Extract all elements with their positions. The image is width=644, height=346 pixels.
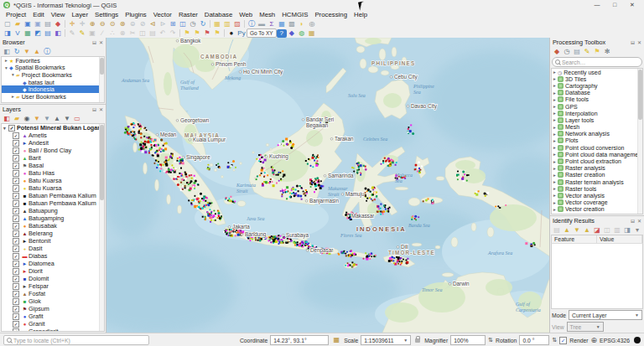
expander-icon[interactable]: ▸ [552, 214, 558, 214]
browser-item-spatial-bookmarks[interactable]: ▾◆Spatial Bookmarks [2, 65, 104, 72]
expander-icon[interactable]: ▸ [552, 152, 558, 157]
toolbox-item-layer-tools[interactable]: ▸Layer tools [552, 116, 642, 123]
layer-checkbox[interactable]: ✓ [13, 321, 19, 328]
menu-project[interactable]: Project [3, 11, 29, 18]
refresh-browser-icon[interactable]: ↻ [12, 48, 22, 56]
results-viewer-icon[interactable]: ▤ [572, 48, 582, 56]
style-manager-icon[interactable]: ◆ [53, 20, 63, 28]
layer-checkbox[interactable]: ✓ [13, 155, 19, 162]
layer-row-andesit[interactable]: ✓►Andesit [2, 139, 104, 147]
zoom-out-icon[interactable]: ⊖ [97, 20, 107, 28]
layer-checkbox[interactable]: ✓ [13, 140, 19, 147]
close-icon[interactable]: ✕ [99, 106, 103, 112]
menu-settings[interactable]: Settings [91, 11, 122, 18]
toolbox-item-vector-creation[interactable]: ▸Vector creation [552, 206, 642, 213]
select-features-icon[interactable]: ▦ [212, 20, 222, 28]
copy-feature-icon[interactable]: ◫ [602, 226, 612, 235]
hcmgis-plugin-icon[interactable]: ● [226, 29, 236, 38]
toolbox-item-database[interactable]: ▸Database [552, 90, 642, 96]
identify-features-icon[interactable]: ⓘ [247, 20, 257, 28]
expander-icon[interactable]: ▾ [2, 126, 8, 131]
browser-item-favorites[interactable]: ▸★Favorites [2, 57, 104, 65]
layer-row-batu-kuarsa[interactable]: ✓●Batu Kuarsa [2, 177, 104, 184]
vertex-tool-icon[interactable]: ∴ [107, 29, 117, 38]
add-mesh-layer-icon[interactable]: ◩ [33, 29, 43, 38]
expander-icon[interactable]: ▸ [552, 207, 558, 212]
layer-row-dolomit[interactable]: ✓■Dolomit [2, 275, 104, 282]
layer-checkbox[interactable]: ✓ [13, 238, 19, 245]
layer-row-batuapung[interactable]: ✓▲Batuapung [2, 207, 104, 214]
close-icon[interactable]: ✕ [99, 39, 103, 45]
layer-checkbox[interactable]: ✓ [13, 328, 19, 333]
pan-to-selection-icon[interactable]: ✛ [77, 20, 87, 28]
toolbox-item-recently-used[interactable]: ▸◷Recently used [552, 69, 642, 75]
browser-item-indonesia[interactable]: ◆Indonesia [2, 85, 104, 93]
render-checkbox[interactable]: ✓ [559, 337, 567, 344]
expander-icon[interactable]: ▸ [3, 58, 9, 63]
expander-icon[interactable]: ▸ [552, 90, 558, 96]
menu-plugins[interactable]: Plugins [122, 11, 150, 18]
save-project-as-icon[interactable]: ▣ [33, 20, 43, 28]
print-response-icon[interactable]: ▥ [612, 226, 622, 235]
toolbox-item-gps[interactable]: ▸GPS [552, 103, 642, 110]
layer-row-belerang[interactable]: ✓▲Belerang [2, 230, 104, 237]
toolbox-item-raster-creation[interactable]: ▸Raster creation [552, 172, 642, 178]
undo-icon[interactable]: ↶ [158, 29, 168, 38]
layer-row-barit[interactable]: ✓▲Barit [2, 154, 104, 162]
layer-checkbox[interactable]: ✓ [13, 223, 19, 230]
python-console-icon[interactable]: Py [236, 29, 247, 38]
layer-row-granodiorit[interactable]: ✓●Granodiorit [2, 328, 104, 332]
expand-new-results-icon[interactable]: ▲ [582, 226, 592, 235]
layer-row-giok[interactable]: ✓■Giok [2, 297, 104, 305]
edit-features-in-place-icon[interactable]: ✎ [582, 48, 592, 56]
expander-icon[interactable]: ▸ [552, 125, 558, 130]
menu-processing[interactable]: Processing [311, 11, 351, 18]
new-3d-map-view-icon[interactable]: ◫ [178, 20, 188, 28]
toggle-editing-icon[interactable]: ✎ [67, 29, 77, 38]
add-virtual-layer-icon[interactable]: ◧ [53, 29, 63, 38]
toolbox-item-vector-coverage[interactable]: ▸Vector coverage [552, 199, 642, 206]
layer-checkbox[interactable]: ✓ [13, 163, 19, 169]
filter-legend-icon[interactable]: ▼ [32, 115, 42, 123]
identify-mode-menu-icon[interactable]: ◨ [622, 226, 632, 235]
processing-search-input[interactable]: Search… [552, 57, 642, 67]
undock-icon[interactable]: ⊟ [92, 106, 96, 112]
add-group-icon[interactable]: ▰ [12, 115, 22, 123]
toolbox-item-vector-analysis[interactable]: ▸Vector analysis [552, 192, 642, 199]
zoom-next-icon[interactable]: ⊳ [158, 20, 168, 28]
expander-icon[interactable]: ▸ [552, 166, 558, 171]
redo-icon[interactable]: ↷ [168, 29, 178, 38]
menu-web[interactable]: Web [236, 11, 256, 18]
mode-combo[interactable]: Current Layer ▼ [569, 310, 642, 320]
browser-item-user-bookmarks[interactable]: ▸▰User Bookmarks [2, 93, 104, 101]
pan-map-icon[interactable]: ✛ [67, 20, 77, 28]
toolbox-item-network-analysis[interactable]: ▸Network analysis [552, 131, 642, 137]
expander-icon[interactable]: ▸ [552, 104, 558, 109]
layer-checkbox[interactable]: ✓ [13, 245, 19, 252]
browser-item-project-bookmarks[interactable]: ▾▰Project Bookmarks [2, 71, 104, 79]
toolbox-item-file-tools[interactable]: ▸File tools [552, 96, 642, 103]
expander-icon[interactable]: ▸ [552, 111, 558, 116]
open-attribute-table-icon[interactable]: ▦ [277, 20, 287, 28]
layer-checkbox[interactable]: ✓ [13, 132, 19, 139]
layer-labeling-options-icon[interactable]: ⚑ [182, 29, 192, 38]
extents-icon[interactable]: ▦ [331, 336, 341, 344]
magnifier-input[interactable]: 100% [450, 335, 486, 345]
layer-checkbox[interactable]: ✓ [13, 276, 19, 282]
help-contents-icon[interactable]: ? [277, 29, 287, 38]
maximize-button[interactable]: □ [606, 2, 623, 8]
label-toolbar-pin-icon[interactable]: ⚑ [202, 29, 212, 38]
scale-combo[interactable]: 1:15039611 ▼ [361, 335, 411, 345]
save-layer-edits-icon[interactable]: ▣ [87, 29, 97, 38]
delete-selected-icon[interactable]: ⊗ [117, 29, 127, 38]
save-project-icon[interactable]: ▣ [23, 20, 33, 28]
open-layer-styling-panel-icon[interactable]: ◧ [2, 115, 12, 123]
deselect-features-icon[interactable]: ▨ [232, 20, 242, 28]
menu-hcmgis[interactable]: HCMGIS [278, 11, 311, 18]
layer-row-diabas[interactable]: ✓▬Diabas [2, 252, 104, 260]
layer-checkbox[interactable]: ✓ [13, 230, 19, 237]
options-icon[interactable]: ✻ [602, 48, 612, 56]
zoom-to-layer-icon[interactable]: ⊘ [138, 20, 148, 28]
filter-browser-icon[interactable]: ▼ [22, 48, 32, 56]
layer-row-gipsum[interactable]: ✓⚑Gipsum [2, 305, 104, 312]
